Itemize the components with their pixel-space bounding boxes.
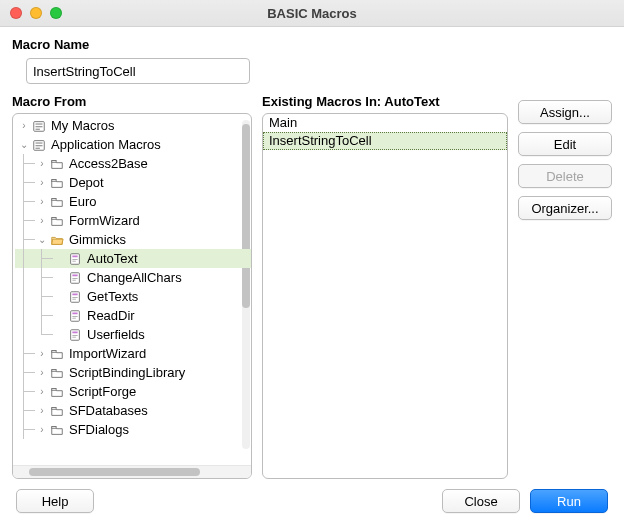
folder-icon [49, 404, 65, 418]
tree-row-label: SFDatabases [69, 403, 148, 418]
module-icon [67, 309, 83, 323]
folder-icon [49, 157, 65, 171]
tree-row-label: Depot [69, 175, 104, 190]
folder-icon [49, 366, 65, 380]
macro-name-label: Macro Name [12, 37, 612, 52]
module-icon [67, 252, 83, 266]
tree-horizontal-scrollbar[interactable] [13, 465, 251, 478]
window-title: BASIC Macros [0, 6, 624, 21]
organizer-button[interactable]: Organizer... [518, 196, 612, 220]
run-button[interactable]: Run [530, 489, 608, 513]
tree-row[interactable]: ›Access2Base [15, 154, 251, 173]
close-window-icon[interactable] [10, 7, 22, 19]
chevron-right-icon[interactable]: › [35, 176, 49, 190]
edit-button[interactable]: Edit [518, 132, 612, 156]
macro-from-label: Macro From [12, 94, 252, 109]
existing-macros-list[interactable]: MainInsertStringToCell [262, 113, 508, 479]
tree-row-label: ChangeAllChars [87, 270, 182, 285]
chevron-right-icon[interactable]: › [35, 157, 49, 171]
chevron-right-icon[interactable]: › [35, 366, 49, 380]
lib-root-icon [31, 138, 47, 152]
lib-root-icon [31, 119, 47, 133]
tree-row[interactable]: ›SFDialogs [15, 420, 251, 439]
tree-row[interactable]: ReadDir [15, 306, 251, 325]
folder-icon [49, 347, 65, 361]
tree-row-label: ScriptBindingLibrary [69, 365, 185, 380]
tree-row-label: GetTexts [87, 289, 138, 304]
tree-row[interactable]: Userfields [15, 325, 251, 344]
tree-row-label: Gimmicks [69, 232, 126, 247]
folder-icon [49, 423, 65, 437]
chevron-right-icon[interactable]: › [35, 214, 49, 228]
minimize-window-icon[interactable] [30, 7, 42, 19]
tree-row-label: FormWizard [69, 213, 140, 228]
tree-row[interactable]: AutoText [15, 249, 251, 268]
tree-row-label: ReadDir [87, 308, 135, 323]
tree-row[interactable]: ›SFDatabases [15, 401, 251, 420]
tree-row[interactable]: GetTexts [15, 287, 251, 306]
list-item[interactable]: InsertStringToCell [263, 132, 507, 150]
tree-row-label: Application Macros [51, 137, 161, 152]
tree-row-label: ScriptForge [69, 384, 136, 399]
module-icon [67, 328, 83, 342]
module-icon [67, 290, 83, 304]
tree-row[interactable]: ChangeAllChars [15, 268, 251, 287]
existing-macros-label: Existing Macros In: AutoText [262, 94, 508, 109]
window-traffic-lights [0, 7, 62, 19]
folder-icon [49, 385, 65, 399]
chevron-right-icon[interactable]: › [35, 347, 49, 361]
delete-button[interactable]: Delete [518, 164, 612, 188]
folder-icon [49, 195, 65, 209]
tree-row[interactable]: ›ScriptBindingLibrary [15, 363, 251, 382]
tree-row[interactable]: ⌄Gimmicks [15, 230, 251, 249]
folder-open-icon [49, 233, 65, 247]
chevron-right-icon[interactable]: › [35, 423, 49, 437]
folder-icon [49, 214, 65, 228]
chevron-down-icon[interactable]: ⌄ [35, 233, 49, 247]
help-button[interactable]: Help [16, 489, 94, 513]
folder-icon [49, 176, 65, 190]
tree-row-label: AutoText [87, 251, 138, 266]
tree-row[interactable]: ›ImportWizard [15, 344, 251, 363]
tree-row[interactable]: ›My Macros [15, 116, 251, 135]
zoom-window-icon[interactable] [50, 7, 62, 19]
tree-row-label: SFDialogs [69, 422, 129, 437]
chevron-right-icon[interactable]: › [17, 119, 31, 133]
assign-button[interactable]: Assign... [518, 100, 612, 124]
tree-row-label: Access2Base [69, 156, 148, 171]
tree-row[interactable]: ›FormWizard [15, 211, 251, 230]
chevron-down-icon[interactable]: ⌄ [17, 138, 31, 152]
tree-row-label: My Macros [51, 118, 115, 133]
tree-row-label: Euro [69, 194, 96, 209]
tree-row[interactable]: ⌄Application Macros [15, 135, 251, 154]
tree-row[interactable]: ›ScriptForge [15, 382, 251, 401]
tree-row[interactable]: ›Euro [15, 192, 251, 211]
close-button[interactable]: Close [442, 489, 520, 513]
chevron-right-icon[interactable]: › [35, 385, 49, 399]
tree-row-label: ImportWizard [69, 346, 146, 361]
chevron-right-icon[interactable]: › [35, 195, 49, 209]
list-item[interactable]: Main [263, 114, 507, 132]
title-bar: BASIC Macros [0, 0, 624, 27]
tree-row[interactable]: ›Depot [15, 173, 251, 192]
module-icon [67, 271, 83, 285]
tree-row-label: Userfields [87, 327, 145, 342]
macro-name-input[interactable] [26, 58, 250, 84]
macro-from-tree[interactable]: ›My Macros⌄Application Macros›Access2Bas… [12, 113, 252, 479]
chevron-right-icon[interactable]: › [35, 404, 49, 418]
